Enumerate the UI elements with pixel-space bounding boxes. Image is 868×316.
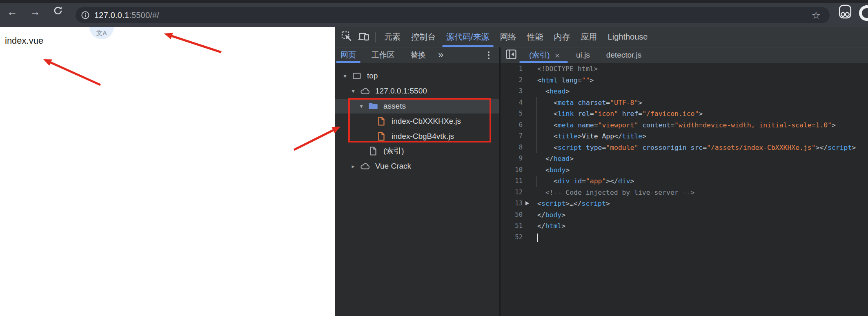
navigator-toolbar: 网页工作区替换 » [335, 47, 501, 63]
code-line-13: 13<script>…</script> [501, 198, 868, 209]
devtools-tab-lighthouse[interactable]: Lighthouse [603, 27, 653, 47]
tab-label: Lighthouse [608, 32, 648, 42]
editor-tab-detector-js[interactable]: detector.js [600, 47, 648, 63]
reload-button[interactable] [49, 3, 67, 21]
tree-item-label: assets [383, 102, 406, 111]
page-text-index-vue: index.vue [5, 36, 43, 46]
code-text: <!DOCTYPE html> [529, 63, 598, 75]
devtools-tab-elements[interactable]: 元素 [379, 27, 406, 47]
omnibox[interactable]: 127.0.0.1:5500/#/ ☆ [76, 7, 830, 23]
forward-button[interactable]: → [26, 3, 44, 21]
expander-icon[interactable]: ▸ [348, 163, 358, 169]
navigator-tab-page[interactable]: 网页 [341, 47, 356, 63]
editor-tab-ui-js[interactable]: ui.js [570, 47, 596, 63]
code-text: <head> [529, 86, 570, 97]
extension-button[interactable] [837, 4, 853, 21]
devtools-tab-memory[interactable]: 内存 [549, 27, 576, 47]
code-text: <html lang=""> [529, 75, 594, 86]
code-line-12: 12<!-- Code injected by live-server --> [501, 187, 868, 198]
line-number: 51 [501, 220, 529, 232]
tab-label: 性能 [527, 31, 543, 42]
code-text: <div id="app"></div> [529, 176, 634, 187]
expander-icon[interactable]: ▾ [340, 73, 350, 79]
line-number: 5 [501, 108, 529, 120]
expander-icon[interactable]: ▾ [348, 88, 358, 94]
frame-icon [352, 71, 362, 80]
devtools-second-row: 网页工作区替换 » (索引)×ui.jsdetector.js [335, 47, 868, 63]
browser-tab-strip [0, 0, 868, 3]
translate-bubble-button[interactable]: 文A [89, 27, 114, 39]
line-number: 6 [501, 120, 529, 131]
line-number: 7 [501, 131, 529, 142]
tab-label: (索引) [529, 50, 550, 60]
line-number: 12 [501, 187, 529, 198]
devtools-body: ▾top▾127.0.0.1:5500▾assetsindex-CbXXKHXe… [335, 63, 868, 316]
code-text: </html> [529, 220, 565, 232]
devtools-tab-application[interactable]: 应用 [576, 27, 603, 47]
tab-label: 工作区 [372, 50, 395, 60]
indent-guide [536, 108, 536, 120]
fold-arrow-icon[interactable] [525, 201, 529, 205]
screen: ← → 127.0.0.1:5500/#/ ☆ index.vue 文A [0, 0, 868, 316]
code-line-3: 3<head> [501, 86, 868, 97]
file-orange-icon [376, 131, 387, 141]
tab-label: 网页 [341, 50, 356, 60]
site-info-icon[interactable] [81, 11, 90, 20]
code-line-5: 5<link rel="icon" href="/favicon.ico"> [501, 108, 868, 120]
indent-guide [536, 142, 536, 154]
tree-item-vue-crack[interactable]: ▸Vue Crack [335, 159, 499, 174]
devtools-tab-network[interactable]: 网络 [495, 27, 522, 47]
code-text: <meta charset="UTF-8"> [529, 97, 642, 109]
text-cursor [537, 234, 538, 242]
code-line-9: 9</head> [501, 153, 868, 165]
device-toolbar-button[interactable] [356, 30, 371, 45]
collapse-navigator-button[interactable] [505, 49, 517, 61]
devtools-tab-sources[interactable]: 源代码/来源 [441, 27, 495, 47]
navigator-tab-overrides[interactable]: 替换 [410, 47, 426, 63]
devtools-main-toolbar: 元素控制台源代码/来源网络性能内存应用Lighthouse [335, 27, 868, 47]
code-text: <link rel="icon" href="/favicon.ico"> [529, 108, 703, 120]
bookmark-star-icon[interactable]: ☆ [812, 10, 821, 20]
code-text: </head> [529, 153, 574, 165]
folder-icon [368, 102, 378, 110]
code-text: <meta name="viewport" content="width=dev… [529, 120, 836, 131]
navigator-menu-button[interactable] [488, 51, 490, 59]
source-editor[interactable]: 1<!DOCTYPE html>2<html lang="">3<head>4<… [501, 63, 868, 316]
line-number: 1 [501, 63, 529, 75]
devtools-tab-console[interactable]: 控制台 [406, 27, 441, 47]
tab-label: 网络 [500, 31, 516, 42]
tree-item-assets[interactable]: ▾assets [335, 99, 499, 114]
tree-item-top[interactable]: ▾top [335, 69, 499, 84]
expander-icon[interactable]: ▾ [356, 103, 366, 109]
back-button[interactable]: ← [3, 3, 21, 21]
tree-item-index-page[interactable]: (索引) [335, 144, 499, 159]
tree-item-label: (索引) [383, 146, 404, 156]
file-gray-icon [368, 146, 378, 156]
tree-item-host-127-0-0-1-5500[interactable]: ▾127.0.0.1:5500 [335, 84, 499, 99]
line-number: 4 [501, 97, 529, 109]
indent-guide [536, 131, 536, 142]
close-tab-icon[interactable]: × [555, 51, 560, 60]
navigator-tab-workspace[interactable]: 工作区 [372, 47, 395, 63]
devtools-panel: 元素控制台源代码/来源网络性能内存应用Lighthouse 网页工作区替换 » … [335, 27, 868, 316]
tree-item-label: index-CbXXKHXe.js [392, 117, 461, 126]
code-line-4: 4<meta charset="UTF-8"> [501, 97, 868, 109]
inspect-element-button[interactable] [339, 30, 354, 45]
cloud-icon [360, 87, 370, 96]
tab-label: 源代码/来源 [446, 31, 490, 42]
indent-guide [536, 176, 536, 187]
code-text: </body> [529, 209, 565, 221]
tree-item-index-cbgb4vtk-js[interactable]: index-CbgB4vtk.js [335, 129, 499, 144]
code-text: <!-- Code injected by live-server --> [529, 187, 694, 198]
tab-label: detector.js [606, 51, 642, 60]
devtools-tab-performance[interactable]: 性能 [522, 27, 549, 47]
tree-item-index-cbxxkhxe-js[interactable]: index-CbXXKHXe.js [335, 113, 499, 129]
device-toolbar-icon [358, 31, 370, 44]
line-number: 11 [501, 176, 529, 187]
editor-tab-index-page[interactable]: (索引)× [523, 47, 566, 63]
more-tabs-button[interactable]: » [438, 49, 443, 60]
tree-item-label: top [367, 71, 378, 80]
tab-label: 替换 [410, 50, 426, 60]
line-number: 3 [501, 86, 529, 97]
code-text: <script type="module" crossorigin src="/… [529, 142, 856, 154]
